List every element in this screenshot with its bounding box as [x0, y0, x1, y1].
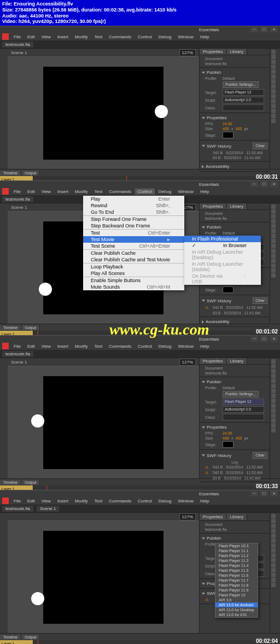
menu-insert[interactable]: Insert	[55, 189, 71, 195]
rectangle-tool-icon[interactable]	[271, 84, 276, 89]
menu-commands[interactable]: Commands	[106, 34, 134, 40]
workspace-switcher[interactable]: Essentials	[199, 182, 219, 187]
menu-clear-cache-test[interactable]: Clear Publish Cache and Test Movie	[83, 256, 184, 264]
target-option[interactable]: Flash Player 11.3	[215, 558, 258, 563]
width-value[interactable]: 400	[223, 127, 229, 131]
target-option[interactable]: Flash Player 11.7	[215, 578, 258, 583]
target-option[interactable]: Flash Player 11.9	[215, 588, 258, 593]
document-tab[interactable]: testmovie.fla	[2, 196, 33, 202]
brush-tool-icon[interactable]	[271, 94, 276, 98]
menu-modify[interactable]: Modify	[72, 34, 91, 40]
menu-file[interactable]: File	[11, 34, 24, 40]
menu-goto-end[interactable]: Go To EndShift+.	[83, 209, 184, 216]
menu-edit[interactable]: Edit	[25, 34, 38, 40]
submenu-air-mobile[interactable]: In AIR Debug Launcher (Mobile)	[184, 261, 261, 273]
selection-tool-icon[interactable]	[271, 50, 276, 54]
class-field[interactable]	[223, 104, 264, 111]
menu-window[interactable]: Window	[175, 189, 196, 195]
submenu-device-usb[interactable]: On Device via USB▸	[184, 273, 261, 285]
target-option[interactable]: AIR 3.6	[215, 598, 258, 602]
text-tool-icon[interactable]	[271, 74, 276, 79]
menu-control[interactable]: Control	[135, 34, 155, 40]
stage-color-swatch[interactable]	[223, 132, 234, 138]
menu-text[interactable]: Text	[91, 189, 105, 195]
fps-value[interactable]: 24.00	[223, 122, 232, 126]
scene-name[interactable]: Scene 1	[11, 50, 27, 55]
maximize-button[interactable]: □	[260, 27, 268, 32]
menu-step-backward[interactable]: Step Backward One Frame	[83, 223, 184, 230]
menu-test-scene[interactable]: Test SceneCtrl+Alt+Enter	[83, 243, 184, 250]
maximize-button[interactable]: □	[260, 182, 268, 187]
document-tab[interactable]: testmovie.fla	[2, 42, 33, 48]
menu-test[interactable]: TestCtrl+Enter	[83, 230, 184, 236]
zoom-tool-icon[interactable]	[271, 119, 276, 123]
menu-insert[interactable]: Insert	[55, 34, 71, 40]
workspace-switcher[interactable]: Essentials	[199, 27, 219, 32]
publish-settings-button[interactable]: Publish Settings...	[223, 81, 259, 88]
menu-clear-cache[interactable]: Clear Publish Cache	[83, 250, 184, 256]
menu-help[interactable]: Help	[197, 189, 212, 195]
target-option[interactable]: Flash Player 11.4	[215, 563, 258, 568]
target-option[interactable]: AIR 13.0 for iOS	[215, 612, 258, 617]
eyedropper-tool-icon[interactable]	[271, 104, 276, 108]
subselection-tool-icon[interactable]	[271, 55, 276, 59]
pencil-tool-icon[interactable]	[271, 89, 276, 93]
target-dropdown[interactable]: Flash Player 12	[223, 89, 264, 96]
eraser-tool-icon[interactable]	[271, 109, 276, 113]
transform-tool-icon[interactable]	[271, 60, 276, 64]
close-button[interactable]: ×	[270, 182, 278, 187]
menu-step-forward[interactable]: Step Forward One Frame	[83, 216, 184, 223]
menu-mute-sounds[interactable]: Mute SoundsCtrl+Alt+M	[83, 284, 184, 290]
menu-test-movie[interactable]: Test Movie▸ In Flash Professional ✓ In B…	[83, 236, 184, 243]
menu-enable-buttons[interactable]: Enable Simple Buttons	[83, 277, 184, 284]
target-option[interactable]: Flash Player 12	[215, 593, 258, 598]
pen-tool-icon[interactable]	[271, 69, 276, 74]
submenu-in-browser[interactable]: ✓ In Browser	[184, 242, 261, 249]
menu-help[interactable]: Help	[197, 34, 212, 40]
submenu-in-flash[interactable]: In Flash Professional	[184, 236, 261, 242]
target-option[interactable]: Flash Player 11.8	[215, 583, 258, 588]
menu-edit[interactable]: Edit	[25, 189, 38, 195]
timeline-tab[interactable]: Timeline	[0, 171, 21, 175]
zoom-level[interactable]: 127%	[179, 49, 196, 56]
submenu-air-desktop[interactable]: In AIR Debug Launcher (Desktop)	[184, 249, 261, 261]
menu-rewind[interactable]: RewindShift+,	[83, 202, 184, 209]
menu-commands[interactable]: Commands	[106, 189, 134, 195]
target-option[interactable]: Flash Player 11.6	[215, 573, 258, 578]
target-option-selected[interactable]: AIR 13.0 for Android	[215, 602, 258, 607]
height-value[interactable]: 400	[236, 127, 242, 131]
menu-play[interactable]: PlayEnter	[83, 196, 184, 202]
hand-tool-icon[interactable]	[271, 114, 276, 118]
menu-debug[interactable]: Debug	[156, 189, 174, 195]
target-option[interactable]: Flash Player 11.2	[215, 553, 258, 558]
target-option[interactable]: AIR 13.0 for Desktop	[215, 607, 258, 612]
menu-debug[interactable]: Debug	[156, 34, 174, 40]
target-dropdown-hover[interactable]: Flash Player 12	[223, 399, 264, 405]
properties-tab[interactable]: Properties	[200, 49, 226, 55]
paint-bucket-tool-icon[interactable]	[271, 99, 276, 103]
target-option[interactable]: Flash Player 11.1	[215, 548, 258, 553]
menu-loop-playback[interactable]: Loop Playback	[83, 264, 184, 270]
script-dropdown[interactable]: Actionscript 3.0	[223, 97, 264, 103]
menu-window[interactable]: Window	[175, 34, 196, 40]
menu-control[interactable]: Control	[135, 189, 155, 195]
clear-button[interactable]: Clear	[253, 143, 267, 149]
target-option[interactable]: Flash Player 10.3	[215, 543, 258, 548]
library-tab[interactable]: Library	[226, 49, 247, 55]
menu-view[interactable]: View	[39, 34, 54, 40]
disclosure-icon[interactable]	[202, 145, 205, 147]
menu-text[interactable]: Text	[91, 34, 105, 40]
lasso-tool-icon[interactable]	[271, 65, 276, 69]
disclosure-icon[interactable]	[202, 72, 205, 74]
menu-play-all-scenes[interactable]: Play All Scenes	[83, 270, 184, 277]
close-button[interactable]: ×	[270, 27, 278, 32]
output-tab[interactable]: Output	[21, 171, 40, 175]
stage-area[interactable]	[8, 57, 199, 169]
target-option[interactable]: Flash Player 11.5	[215, 568, 258, 573]
menu-modify[interactable]: Modify	[72, 189, 91, 195]
disclosure-icon[interactable]	[202, 165, 204, 168]
minimize-button[interactable]: −	[250, 27, 258, 32]
minimize-button[interactable]: −	[250, 182, 258, 187]
menu-view[interactable]: View	[39, 189, 54, 195]
disclosure-icon[interactable]	[202, 117, 205, 119]
